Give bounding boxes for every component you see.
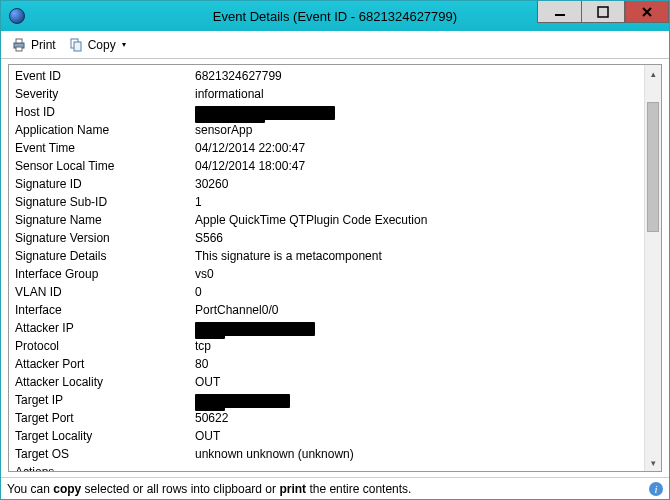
field-label: Event Time [15, 139, 195, 157]
field-label: Interface [15, 301, 195, 319]
detail-row[interactable]: Protocoltcp [15, 337, 644, 355]
detail-row[interactable]: Attacker IP [15, 319, 644, 337]
maximize-icon [595, 4, 611, 20]
field-value: OUT [195, 427, 644, 445]
detail-row[interactable]: Event Time04/12/2014 22:00:47 [15, 139, 644, 157]
field-value: sensorApp [195, 121, 644, 139]
field-value: 50622 [195, 409, 644, 427]
info-icon[interactable]: i [649, 482, 663, 496]
field-value: S566 [195, 229, 644, 247]
content-area: Event ID6821324627799Severityinformation… [1, 59, 669, 477]
field-value [195, 463, 644, 471]
window-frame: Event Details (Event ID - 6821324627799)… [0, 0, 670, 500]
field-value: 04/12/2014 18:00:47 [195, 157, 644, 175]
field-value: 1 [195, 193, 644, 211]
field-label: Attacker Port [15, 355, 195, 373]
close-icon [639, 4, 655, 20]
print-label: Print [31, 38, 56, 52]
field-value: 80 [195, 355, 644, 373]
detail-row[interactable]: Severityinformational [15, 85, 644, 103]
detail-row[interactable]: Target Port50622 [15, 409, 644, 427]
vertical-scrollbar[interactable]: ▴ ▾ [644, 65, 661, 471]
svg-rect-3 [16, 39, 22, 43]
detail-row[interactable]: Signature NameApple QuickTime QTPlugin C… [15, 211, 644, 229]
detail-row[interactable]: Attacker LocalityOUT [15, 373, 644, 391]
copy-icon [68, 37, 84, 53]
detail-row[interactable]: Signature Sub-ID1 [15, 193, 644, 211]
field-label: Protocol [15, 337, 195, 355]
field-value: 04/12/2014 22:00:47 [195, 139, 644, 157]
scroll-track[interactable] [645, 82, 661, 454]
field-label: Target OS [15, 445, 195, 463]
field-value: Apple QuickTime QTPlugin Code Execution [195, 211, 644, 229]
detail-row[interactable]: Signature VersionS566 [15, 229, 644, 247]
detail-row[interactable]: Sensor Local Time04/12/2014 18:00:47 [15, 157, 644, 175]
detail-row[interactable]: Actions [15, 463, 644, 471]
field-label: Actions [15, 463, 195, 471]
svg-rect-4 [16, 47, 22, 51]
field-value: OUT [195, 373, 644, 391]
field-label: VLAN ID [15, 283, 195, 301]
field-label: Target IP [15, 391, 195, 409]
scroll-thumb[interactable] [647, 102, 659, 232]
field-label: Signature Sub-ID [15, 193, 195, 211]
field-label: Target Locality [15, 427, 195, 445]
print-button[interactable]: Print [7, 35, 60, 55]
detail-row[interactable]: Event ID6821324627799 [15, 67, 644, 85]
field-label: Signature Version [15, 229, 195, 247]
detail-row[interactable]: Signature DetailsThis signature is a met… [15, 247, 644, 265]
field-label: Signature ID [15, 175, 195, 193]
details-list[interactable]: Event ID6821324627799Severityinformation… [9, 65, 644, 471]
minimize-button[interactable] [537, 1, 581, 23]
field-value: This signature is a metacomponent [195, 247, 644, 265]
printer-icon [11, 37, 27, 53]
detail-row[interactable]: VLAN ID0 [15, 283, 644, 301]
status-text: You can copy selected or all rows into c… [7, 482, 411, 496]
detail-row[interactable]: InterfacePortChannel0/0 [15, 301, 644, 319]
scroll-up-icon[interactable]: ▴ [645, 65, 661, 82]
svg-rect-0 [555, 14, 565, 16]
detail-row[interactable]: Target OSunknown unknown (unknown) [15, 445, 644, 463]
redacted-overlay [195, 115, 265, 123]
close-button[interactable] [625, 1, 669, 23]
field-label: Attacker IP [15, 319, 195, 337]
detail-row[interactable]: Signature ID30260 [15, 175, 644, 193]
detail-row[interactable]: Attacker Port80 [15, 355, 644, 373]
field-label: Interface Group [15, 265, 195, 283]
maximize-button[interactable] [581, 1, 625, 23]
app-icon [9, 8, 25, 24]
detail-row[interactable]: Application NamesensorApp [15, 121, 644, 139]
field-value: 30260 [195, 175, 644, 193]
field-value: informational [195, 85, 644, 103]
redacted-overlay [195, 331, 225, 339]
field-value: vs0 [195, 265, 644, 283]
svg-rect-1 [598, 7, 608, 17]
detail-row[interactable]: Target IP [15, 391, 644, 409]
copy-button[interactable]: Copy ▾ [64, 35, 130, 55]
field-label: Attacker Locality [15, 373, 195, 391]
toolbar: Print Copy ▾ [1, 31, 669, 59]
field-label: Application Name [15, 121, 195, 139]
detail-row[interactable]: Target LocalityOUT [15, 427, 644, 445]
field-value: 6821324627799 [195, 67, 644, 85]
scroll-down-icon[interactable]: ▾ [645, 454, 661, 471]
titlebar[interactable]: Event Details (Event ID - 6821324627799) [1, 1, 669, 31]
field-label: Target Port [15, 409, 195, 427]
field-value [195, 319, 644, 337]
copy-label: Copy [88, 38, 116, 52]
detail-row[interactable]: Host ID [15, 103, 644, 121]
dropdown-icon: ▾ [122, 40, 126, 49]
field-value [195, 391, 644, 409]
window-buttons [537, 1, 669, 23]
field-value: PortChannel0/0 [195, 301, 644, 319]
field-value: unknown unknown (unknown) [195, 445, 644, 463]
detail-row[interactable]: Interface Groupvs0 [15, 265, 644, 283]
field-label: Event ID [15, 67, 195, 85]
field-value: tcp [195, 337, 644, 355]
minimize-icon [552, 4, 568, 20]
field-label: Signature Name [15, 211, 195, 229]
field-label: Severity [15, 85, 195, 103]
statusbar: You can copy selected or all rows into c… [1, 477, 669, 499]
svg-rect-6 [74, 42, 81, 51]
field-label: Sensor Local Time [15, 157, 195, 175]
